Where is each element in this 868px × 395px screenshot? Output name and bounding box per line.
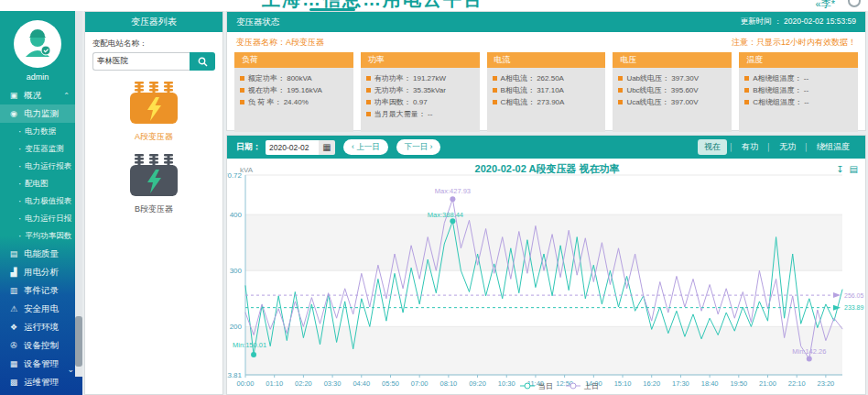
status-card-row-text: A相绕组温度： -- bbox=[753, 72, 808, 84]
sidebar-item-power-daily-report[interactable]: ·电力运行日报 bbox=[0, 210, 75, 227]
x-axis-tick-label: 00:00 bbox=[237, 379, 255, 388]
average-arrow-icon bbox=[833, 292, 841, 298]
sidebar-item-power-data[interactable]: ·电力数据 bbox=[0, 123, 75, 140]
sidebar-item-label: 设备管理 bbox=[24, 358, 59, 370]
annotation-marker bbox=[251, 352, 256, 357]
bullet-square-icon bbox=[618, 76, 623, 81]
sidebar-item-label: 运行环境 bbox=[24, 322, 59, 334]
x-axis-tick-label: 16:20 bbox=[643, 379, 660, 388]
line-chart: 470.72400300200113.8100:0001:1002:2003:3… bbox=[227, 159, 866, 395]
sidebar-item-device-management[interactable]: ▦设备管理 bbox=[0, 355, 75, 373]
sidebar-item-usage-analysis[interactable]: ▟用电分析 bbox=[0, 263, 75, 281]
sidebar-scrollbar-thumb[interactable] bbox=[75, 316, 82, 367]
date-input[interactable] bbox=[266, 140, 319, 155]
x-axis-tick-label: 01:10 bbox=[266, 379, 283, 388]
sidebar-item-power-run-report[interactable]: ·电力运行报表 bbox=[0, 158, 75, 175]
status-card-row: C相绕组温度： -- bbox=[744, 96, 852, 108]
sidebar-item-power-extreme-report[interactable]: ·电力极值报表 bbox=[0, 192, 75, 210]
x-axis-tick-label: 03:30 bbox=[324, 379, 342, 388]
next-day-button[interactable]: 下一日 › bbox=[396, 139, 441, 155]
chart-panel: 日期： ▦ ‹ 上一日 下一日 › 视在│有功│无功│绕组温度 2020-02-… bbox=[226, 135, 866, 395]
bullet-icon: · bbox=[18, 214, 21, 224]
bullet-square-icon bbox=[493, 76, 497, 81]
tab-视在[interactable]: 视在 bbox=[698, 139, 727, 155]
sidebar-item-avg-power-factor[interactable]: ·平均功率因数 bbox=[0, 227, 75, 245]
search-icon bbox=[198, 57, 208, 67]
status-card-title: 负荷 bbox=[234, 52, 353, 68]
sidebar-item-environment[interactable]: ❖运行环境 bbox=[0, 318, 75, 336]
sidebar-subitem-label: 平均功率因数 bbox=[25, 231, 71, 242]
update-time-value: 2020-02-02 15:53:59 bbox=[784, 16, 856, 26]
collapse-chevron-icon[interactable]: ⌃ bbox=[63, 92, 70, 100]
y-axis-tick-label: 470.72 bbox=[227, 171, 243, 180]
sidebar-item-safe-power[interactable]: ⚠安全用电 bbox=[0, 300, 75, 318]
sidebar-item-overview[interactable]: ▣概况⌃ bbox=[0, 86, 75, 104]
bar-chart-icon: ▟ bbox=[7, 268, 20, 277]
x-axis-tick-label: 04:40 bbox=[353, 379, 370, 388]
sidebar-item-distribution-diagram[interactable]: ·配电图 bbox=[0, 175, 75, 192]
status-card-title: 功率 bbox=[361, 52, 480, 68]
alarm-icon: ⚠ bbox=[7, 304, 20, 313]
sidebar-item-power-quality[interactable]: ▤电能质量 bbox=[0, 245, 75, 263]
status-card-title: 电流 bbox=[487, 52, 606, 68]
annotation-marker bbox=[450, 196, 455, 202]
x-axis-tick-label: 02:20 bbox=[295, 379, 312, 388]
sidebar-item-user-report[interactable]: ✎用户报告 bbox=[0, 391, 75, 395]
tab-绕组温度[interactable]: 绕组温度 bbox=[810, 139, 856, 155]
x-axis-tick-label: 17:30 bbox=[672, 379, 689, 388]
prev-day-button[interactable]: ‹ 上一日 bbox=[343, 139, 388, 155]
status-card-row: B相电流： 317.10A bbox=[493, 84, 601, 96]
status-card-row-text: C相电流： 273.90A bbox=[501, 96, 565, 108]
x-axis-tick-label: 10:30 bbox=[498, 379, 515, 388]
sidebar-item-ops-management[interactable]: ▩运维管理 bbox=[0, 373, 75, 391]
status-card-title: 电压 bbox=[613, 52, 732, 68]
station-name-label: 变配电站名称： bbox=[92, 38, 222, 49]
status-card-row-text: B相绕组温度： -- bbox=[753, 84, 808, 96]
chart-toolbar: 日期： ▦ ‹ 上一日 下一日 › 视在│有功│无功│绕组温度 bbox=[227, 136, 865, 159]
tab-无功[interactable]: 无功 bbox=[773, 139, 802, 155]
sidebar-scroll-down-icon[interactable]: ⌄ bbox=[67, 365, 74, 374]
user-name[interactable]: «李* bbox=[816, 0, 835, 11]
transformer-icon bbox=[128, 152, 179, 198]
legend-label[interactable]: 上日 bbox=[583, 382, 599, 390]
bullet-square-icon bbox=[744, 100, 749, 104]
sidebar-item-label: 运维管理 bbox=[24, 377, 59, 389]
bullet-square-icon bbox=[366, 100, 371, 104]
active-nav-tab-underline bbox=[309, 8, 355, 11]
avatar[interactable] bbox=[14, 20, 61, 68]
engineer-avatar-icon bbox=[19, 26, 56, 62]
bullet-square-icon bbox=[493, 88, 497, 93]
status-card: 功率有功功率： 191.27kW无功功率： 35.35kVar功率因数： 0.9… bbox=[361, 52, 480, 132]
sidebar-item-event-log[interactable]: ▥事件记录 bbox=[0, 281, 75, 300]
search-button[interactable] bbox=[190, 52, 215, 71]
sidebar-item-label: 电能质量 bbox=[24, 248, 59, 260]
sidebar-item-device-control[interactable]: ✇设备控制 bbox=[0, 336, 75, 355]
sidebar-item-label: 用电分析 bbox=[24, 267, 59, 279]
status-card: 温度A相绕组温度： --B相绕组温度： --C相绕组温度： -- bbox=[739, 52, 858, 132]
status-card-body: A相电流： 262.50AB相电流： 317.10AC相电流： 273.90A bbox=[487, 68, 606, 132]
transformer-item[interactable]: B段变压器 bbox=[85, 152, 222, 215]
status-card: 电压Uab线电压： 397.30VUbc线电压： 395.60VUca线电压： … bbox=[613, 52, 732, 132]
sidebar-subitem-label: 变压器监测 bbox=[25, 144, 64, 155]
status-card-row-text: B相电流： 317.10A bbox=[501, 84, 564, 96]
sidebar-item-transformer-monitoring[interactable]: ·变压器监测 bbox=[0, 140, 75, 158]
transformer-status-panel: 变压器状态 更新时间 ： 2020-02-02 15:53:59 变压器名称：A… bbox=[226, 11, 866, 131]
sidebar-item-power-monitoring[interactable]: ◉电力监测 bbox=[0, 104, 75, 123]
tab-有功[interactable]: 有功 bbox=[735, 139, 765, 155]
status-card-row: 有功功率： 191.27kW bbox=[366, 72, 474, 84]
bullet-square-icon bbox=[744, 76, 749, 81]
legend-label[interactable]: 当日 bbox=[538, 382, 553, 390]
calendar-icon[interactable]: ▦ bbox=[319, 140, 335, 155]
user-menu-icon[interactable] bbox=[848, 0, 861, 7]
x-axis-tick-label: 18:40 bbox=[701, 379, 719, 388]
bullet-icon: · bbox=[18, 196, 21, 206]
station-search-input[interactable] bbox=[92, 52, 190, 71]
transformer-item[interactable]: A段变压器 bbox=[85, 80, 222, 143]
ops-icon: ▩ bbox=[7, 378, 20, 387]
status-card-row: Ubc线电压： 395.60V bbox=[618, 84, 726, 96]
control-icon: ✇ bbox=[7, 341, 20, 350]
sidebar-item-label: 概况 bbox=[24, 90, 41, 102]
x-axis-tick-label: 05:50 bbox=[382, 379, 399, 388]
bullet-square-icon bbox=[744, 88, 749, 93]
status-card-body: A相绕组温度： --B相绕组温度： --C相绕组温度： -- bbox=[739, 68, 858, 132]
